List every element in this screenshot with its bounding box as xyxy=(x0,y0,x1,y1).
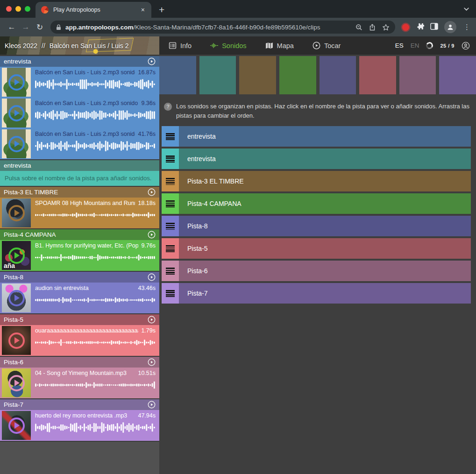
drag-handle[interactable] xyxy=(162,193,179,214)
extensions-puzzle-icon[interactable] xyxy=(417,23,424,32)
account-icon[interactable] xyxy=(462,42,470,50)
language-en-button[interactable]: EN xyxy=(411,42,419,49)
section-play-icon[interactable] xyxy=(148,188,156,196)
clip-play-icon[interactable] xyxy=(8,248,25,264)
section-play-icon[interactable] xyxy=(148,358,156,366)
track-row[interactable]: Pista-5 xyxy=(162,238,471,259)
track-row[interactable]: Pista-6 xyxy=(162,261,471,281)
breadcrumb-project[interactable]: Kleos 2022 xyxy=(5,42,37,50)
clip-thumbnail[interactable] xyxy=(2,129,31,158)
audio-clip[interactable]: ouaraaaaaaaaaaaaaaaaaaaaaaaaaaaaaaaaaaaa… xyxy=(0,325,159,356)
track-color-swatch[interactable] xyxy=(439,56,476,94)
tab-sonidos[interactable]: Sonidos xyxy=(210,42,246,50)
language-es-button[interactable]: ES xyxy=(395,42,404,49)
lock-icon[interactable] xyxy=(56,24,61,30)
clip-play-icon[interactable] xyxy=(8,105,25,121)
track-section-header[interactable]: Pista-5 xyxy=(0,314,159,325)
audio-clip[interactable]: aña B1. Hymns for purifying water, Etc. … xyxy=(0,240,159,271)
clip-waveform[interactable] xyxy=(35,78,156,90)
drag-handle[interactable] xyxy=(162,171,179,191)
clip-thumbnail[interactable]: aña xyxy=(2,241,31,270)
track-row[interactable]: Pista-8 xyxy=(162,216,471,236)
browser-menu-icon[interactable]: ⋮ xyxy=(462,23,471,31)
clip-play-icon[interactable] xyxy=(8,417,25,434)
clip-play-icon[interactable] xyxy=(8,205,25,221)
section-play-icon[interactable] xyxy=(148,316,156,324)
clip-waveform[interactable] xyxy=(35,252,156,263)
zoom-search-icon[interactable] xyxy=(355,24,362,31)
clip-waveform[interactable] xyxy=(35,209,156,221)
clip-waveform[interactable] xyxy=(35,294,156,306)
clip-thumbnail[interactable] xyxy=(2,198,31,227)
track-color-swatch[interactable] xyxy=(359,56,396,94)
drag-handle[interactable] xyxy=(162,283,179,304)
track-row[interactable]: Pista-4 CAMPANA xyxy=(162,193,471,214)
section-play-icon[interactable] xyxy=(148,231,156,239)
clip-play-icon[interactable] xyxy=(8,375,25,391)
back-button[interactable]: ← xyxy=(5,22,19,32)
drag-handle[interactable] xyxy=(162,261,179,281)
close-window-button[interactable] xyxy=(6,6,12,12)
maximize-window-button[interactable] xyxy=(25,6,30,12)
browser-tab[interactable]: Play Antropoloops × xyxy=(36,2,151,18)
clip-waveform[interactable] xyxy=(35,140,156,152)
track-row[interactable]: entrevista xyxy=(162,149,471,169)
bookmark-star-icon[interactable] xyxy=(382,24,390,31)
track-section-header[interactable]: Pista-6 xyxy=(0,357,159,368)
section-play-icon[interactable] xyxy=(148,401,156,409)
clip-waveform[interactable] xyxy=(35,337,156,348)
clip-waveform[interactable] xyxy=(35,379,156,391)
clip-thumbnail[interactable] xyxy=(2,326,31,355)
clip-play-icon[interactable] xyxy=(8,136,25,152)
clip-thumbnail[interactable] xyxy=(2,68,31,97)
track-color-swatch[interactable] xyxy=(399,56,436,94)
audio-clip[interactable]: audion sin entrevista 43.46s xyxy=(0,283,159,313)
audio-clip[interactable]: 04 - Song of Yimeng Mountain.mp3 10.51s xyxy=(0,368,159,398)
side-panel-icon[interactable] xyxy=(430,23,438,32)
track-color-swatch[interactable] xyxy=(159,56,196,94)
clip-thumbnail[interactable] xyxy=(2,368,31,397)
drag-handle[interactable] xyxy=(162,216,179,236)
section-play-icon[interactable] xyxy=(148,57,156,65)
clip-play-icon[interactable] xyxy=(8,290,25,306)
minimize-window-button[interactable] xyxy=(15,6,21,12)
track-color-swatch[interactable] xyxy=(320,56,356,94)
tab-search-chevron-icon[interactable] xyxy=(463,6,469,14)
audio-clip[interactable]: Balcón en San Luis - Luis 2.mp3 sonido h… xyxy=(0,67,159,98)
track-row[interactable]: Pista-3 EL TIMBRE xyxy=(162,171,471,191)
reload-button[interactable]: ↻ xyxy=(33,22,47,32)
share-icon[interactable] xyxy=(369,24,376,31)
clip-thumbnail[interactable] xyxy=(2,283,31,312)
track-section-header[interactable]: Pista-4 CAMPANA xyxy=(0,229,159,240)
header-map-image[interactable]: Kleos 2022 // Balcón en San Luis / Luis … xyxy=(0,36,159,55)
close-tab-icon[interactable]: × xyxy=(140,6,146,14)
track-section-header[interactable]: Pista-3 EL TIMBRE xyxy=(0,187,159,198)
section-play-icon[interactable] xyxy=(148,273,156,281)
track-color-swatch[interactable] xyxy=(279,56,316,94)
drag-handle[interactable] xyxy=(162,238,179,259)
audio-clip[interactable]: Balcón en San Luis - Luis 2.mp3 sonido h… xyxy=(0,98,159,128)
clip-play-icon[interactable] xyxy=(8,74,25,91)
audio-clip[interactable]: huerto del rey moro entrevista .mp3 47.9… xyxy=(0,410,159,441)
tab-info[interactable]: Info xyxy=(169,42,192,50)
drag-handle[interactable] xyxy=(162,149,179,169)
recorder-extension-icon[interactable] xyxy=(402,24,409,31)
clip-thumbnail[interactable] xyxy=(2,99,31,127)
browser-profile-avatar[interactable] xyxy=(444,21,456,33)
track-row[interactable]: entrevista xyxy=(162,126,471,147)
tab-mapa[interactable]: Mapa xyxy=(265,42,294,50)
track-row[interactable]: Pista-7 xyxy=(162,283,471,304)
track-section-header[interactable]: entrevista xyxy=(0,56,159,67)
drag-handle[interactable] xyxy=(162,126,179,147)
tab-tocar[interactable]: Tocar xyxy=(313,42,341,50)
track-section-header[interactable]: Pista-7 xyxy=(0,399,159,410)
forward-button[interactable]: → xyxy=(19,22,33,32)
audio-clip[interactable]: Balcón en San Luis - Luis 2.mp3 sonido h… xyxy=(0,128,159,159)
track-color-swatch[interactable] xyxy=(239,56,276,94)
track-color-swatch[interactable] xyxy=(199,56,236,94)
clip-waveform[interactable] xyxy=(35,422,156,433)
address-bar[interactable]: app.antropoloops.com/Kleos-Santa-Marina/… xyxy=(50,21,395,34)
track-section-header[interactable]: entrevista xyxy=(0,160,159,171)
track-section-header[interactable]: Pista-8 xyxy=(0,272,159,283)
clip-waveform[interactable] xyxy=(35,109,156,121)
